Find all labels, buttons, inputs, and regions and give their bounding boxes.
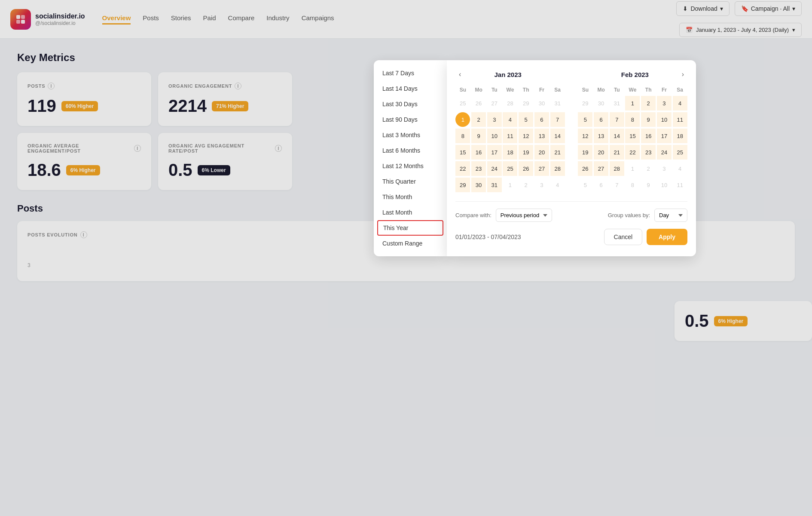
jan-day-11[interactable]: 11	[503, 129, 517, 143]
jan-day-5[interactable]: 5	[519, 112, 533, 127]
preset-last-3-months[interactable]: Last 3 Months	[374, 127, 447, 143]
feb-day-24[interactable]: 24	[657, 145, 672, 160]
feb-day-3[interactable]: 3	[657, 96, 672, 111]
feb-day-9[interactable]: 9	[641, 112, 656, 127]
feb-day-6[interactable]: 6	[594, 112, 608, 127]
jan-day-28[interactable]: 28	[550, 161, 565, 176]
jan-day-16[interactable]: 16	[471, 145, 486, 160]
feb-day-17[interactable]: 17	[657, 129, 672, 143]
jan-day-18[interactable]: 18	[503, 145, 517, 160]
jan-day-feb3[interactable]: 3	[534, 178, 549, 192]
feb-day-mar10[interactable]: 10	[657, 178, 672, 192]
jan-day-29[interactable]: 29	[455, 178, 470, 192]
jan-day-4[interactable]: 4	[503, 112, 517, 127]
feb-day-jan29[interactable]: 29	[578, 96, 592, 111]
jan-day-7[interactable]: 7	[550, 112, 565, 127]
preset-last-90-days[interactable]: Last 90 Days	[374, 112, 447, 127]
feb-day-5[interactable]: 5	[578, 112, 592, 127]
preset-last-12-months[interactable]: Last 12 Months	[374, 158, 447, 174]
jan-day-23[interactable]: 23	[471, 161, 486, 176]
jan-day-15[interactable]: 15	[455, 145, 470, 160]
jan-day-12[interactable]: 12	[519, 129, 533, 143]
preset-this-year[interactable]: This Year	[377, 220, 443, 236]
compare-with-select[interactable]: Previous period Previous year None	[496, 209, 552, 222]
jan-day-feb4[interactable]: 4	[550, 178, 565, 192]
jan-day-9[interactable]: 9	[471, 129, 486, 143]
feb-day-23[interactable]: 23	[641, 145, 656, 160]
preset-last-7-days[interactable]: Last 7 Days	[374, 65, 447, 81]
jan-day-25[interactable]: 25	[503, 161, 517, 176]
feb-day-mar9[interactable]: 9	[641, 178, 656, 192]
feb-day-4[interactable]: 4	[673, 96, 687, 111]
feb-day-mar1[interactable]: 1	[625, 161, 640, 176]
feb-day-mar4[interactable]: 4	[673, 161, 687, 176]
jan-day-dec25[interactable]: 25	[455, 96, 470, 111]
jan-day-dec28[interactable]: 28	[503, 96, 517, 111]
jan-day-24[interactable]: 24	[487, 161, 502, 176]
feb-day-jan31[interactable]: 31	[610, 96, 624, 111]
feb-day-mar2[interactable]: 2	[641, 161, 656, 176]
feb-day-25[interactable]: 25	[673, 145, 687, 160]
jan-day-10[interactable]: 10	[487, 129, 502, 143]
feb-day-mar6[interactable]: 6	[594, 178, 608, 192]
feb-day-mar11[interactable]: 11	[673, 178, 687, 192]
feb-day-12[interactable]: 12	[578, 129, 592, 143]
feb-day-jan30[interactable]: 30	[594, 96, 608, 111]
jan-day-19[interactable]: 19	[519, 145, 533, 160]
feb-day-26[interactable]: 26	[578, 161, 592, 176]
feb-day-1[interactable]: 1	[625, 96, 640, 111]
feb-day-11[interactable]: 11	[673, 112, 687, 127]
jan-day-dec30[interactable]: 30	[534, 96, 549, 111]
feb-day-28[interactable]: 28	[610, 161, 624, 176]
prev-month-button[interactable]: ‹	[455, 69, 464, 80]
group-by-select[interactable]: Day Week Month	[654, 209, 687, 222]
jan-day-13[interactable]: 13	[534, 129, 549, 143]
jan-day-dec26[interactable]: 26	[471, 96, 486, 111]
feb-day-16[interactable]: 16	[641, 129, 656, 143]
feb-day-20[interactable]: 20	[594, 145, 608, 160]
preset-last-14-days[interactable]: Last 14 Days	[374, 81, 447, 96]
feb-day-27[interactable]: 27	[594, 161, 608, 176]
feb-day-18[interactable]: 18	[673, 129, 687, 143]
feb-day-21[interactable]: 21	[610, 145, 624, 160]
preset-last-month[interactable]: Last Month	[374, 205, 447, 220]
jan-day-30[interactable]: 30	[471, 178, 486, 192]
feb-day-7[interactable]: 7	[610, 112, 624, 127]
jan-day-27[interactable]: 27	[534, 161, 549, 176]
jan-day-8[interactable]: 8	[455, 129, 470, 143]
jan-day-14[interactable]: 14	[550, 129, 565, 143]
jan-day-31[interactable]: 31	[487, 178, 502, 192]
feb-day-mar7[interactable]: 7	[610, 178, 624, 192]
jan-day-26[interactable]: 26	[519, 161, 533, 176]
preset-this-month[interactable]: This Month	[374, 189, 447, 205]
jan-day-dec27[interactable]: 27	[487, 96, 502, 111]
jan-day-feb2[interactable]: 2	[519, 178, 533, 192]
jan-day-dec29[interactable]: 29	[519, 96, 533, 111]
feb-day-mar8[interactable]: 8	[625, 178, 640, 192]
jan-day-feb1[interactable]: 1	[503, 178, 517, 192]
feb-day-mar3[interactable]: 3	[657, 161, 672, 176]
feb-day-15[interactable]: 15	[625, 129, 640, 143]
jan-day-1[interactable]: 1	[455, 112, 470, 127]
cancel-button[interactable]: Cancel	[604, 229, 643, 245]
preset-last-6-months[interactable]: Last 6 Months	[374, 143, 447, 158]
feb-day-10[interactable]: 10	[657, 112, 672, 127]
feb-day-2[interactable]: 2	[641, 96, 656, 111]
feb-day-22[interactable]: 22	[625, 145, 640, 160]
feb-day-mar5[interactable]: 5	[578, 178, 592, 192]
jan-day-3[interactable]: 3	[487, 112, 502, 127]
jan-day-21[interactable]: 21	[550, 145, 565, 160]
preset-custom-range[interactable]: Custom Range	[374, 236, 447, 251]
jan-day-20[interactable]: 20	[534, 145, 549, 160]
jan-day-6[interactable]: 6	[534, 112, 549, 127]
apply-button[interactable]: Apply	[647, 229, 687, 245]
feb-day-8[interactable]: 8	[625, 112, 640, 127]
preset-this-quarter[interactable]: This Quarter	[374, 174, 447, 189]
next-month-button[interactable]: ›	[678, 69, 687, 80]
feb-day-14[interactable]: 14	[610, 129, 624, 143]
feb-day-19[interactable]: 19	[578, 145, 592, 160]
jan-day-dec31[interactable]: 31	[550, 96, 565, 111]
jan-day-17[interactable]: 17	[487, 145, 502, 160]
feb-day-13[interactable]: 13	[594, 129, 608, 143]
jan-day-2[interactable]: 2	[471, 112, 486, 127]
